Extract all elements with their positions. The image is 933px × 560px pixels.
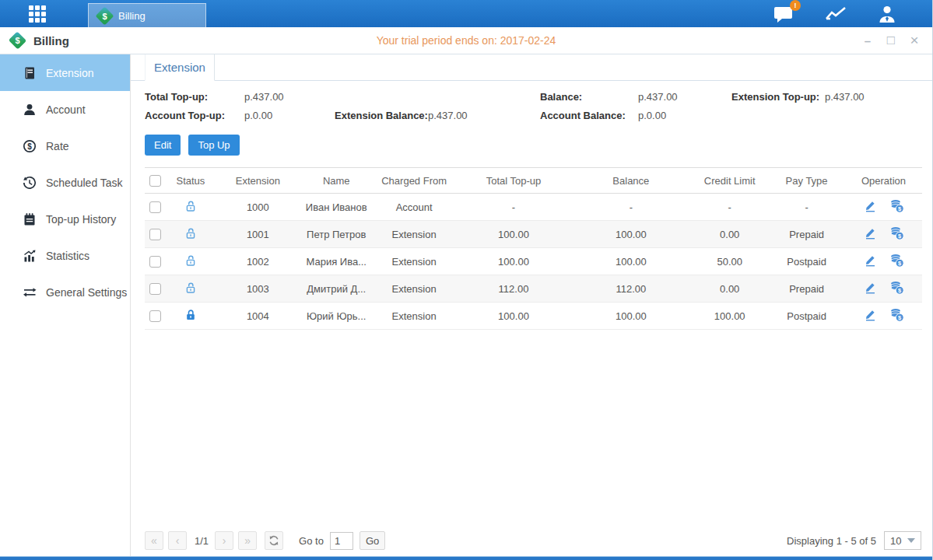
top-up-button[interactable]: Top Up — [188, 135, 239, 156]
cell-balance: 100.00 — [570, 248, 691, 275]
top-up-row-icon[interactable]: $ — [889, 254, 904, 268]
goto-page-input[interactable] — [330, 532, 353, 550]
cell-total-topup: 100.00 — [457, 221, 571, 248]
close-button[interactable] — [906, 32, 923, 49]
table-row: 1003 Дмитрий Д... Extension 112.00 112.0… — [145, 275, 922, 303]
minimize-button[interactable] — [859, 32, 876, 49]
top-up-row-icon[interactable]: $ — [889, 199, 904, 213]
row-checkbox[interactable] — [149, 283, 161, 295]
cell-credit-limit: 100.00 — [691, 303, 768, 330]
unlocked-icon — [184, 227, 197, 240]
sidebar-item-account[interactable]: Account — [0, 91, 130, 128]
unlocked-icon — [184, 254, 197, 267]
taskbar: Billing ! — [0, 0, 932, 27]
table-row: 1000 Иван Иванов Account - - - - — [145, 194, 922, 221]
balance-value: p.437.00 — [638, 91, 731, 103]
cell-total-topup: - — [457, 194, 571, 221]
summary-panel: Total Top-up: p.437.00 Balance: p.437.00… — [145, 91, 921, 121]
billing-window-icon — [9, 31, 26, 49]
account-topup-value: p.0.00 — [244, 110, 335, 121]
table-row: 1001 Петр Петров Extension 100.00 100.00… — [145, 221, 922, 248]
cell-credit-limit: 50.00 — [691, 248, 768, 275]
cell-pay-type: - — [768, 194, 845, 221]
extension-icon — [23, 66, 37, 80]
col-charged-from: Charged From — [372, 168, 457, 194]
billing-app-icon — [95, 6, 114, 25]
cell-extension: 1004 — [215, 303, 301, 330]
edit-row-icon[interactable] — [864, 281, 877, 294]
account-icon — [23, 103, 37, 117]
sidebar-item-label: Statistics — [46, 250, 89, 262]
first-page-button[interactable] — [145, 531, 163, 550]
cell-total-topup: 100.00 — [457, 303, 571, 330]
previous-page-button[interactable] — [168, 531, 187, 550]
window-title: Billing — [33, 34, 69, 47]
sidebar-item-general-settings[interactable]: General Settings — [0, 274, 130, 310]
scheduled-task-icon — [23, 176, 37, 190]
tab-extension[interactable]: Extension — [145, 54, 215, 81]
extension-topup-label: Extension Top-up: — [731, 91, 825, 103]
app-launcher-icon[interactable] — [29, 5, 54, 23]
edit-row-icon[interactable] — [864, 254, 877, 267]
main-content: Extension Total Top-up: p.437.00 Balance… — [131, 54, 932, 556]
notification-badge: ! — [790, 0, 801, 11]
statistics-chart-icon[interactable] — [824, 5, 847, 23]
extension-balance-label: Extension Balance: — [335, 110, 428, 121]
cell-name: Петр Петров — [301, 221, 372, 248]
displaying-text: Displaying 1 - 5 of 5 — [787, 535, 876, 547]
row-checkbox[interactable] — [149, 256, 161, 268]
row-checkbox[interactable] — [149, 229, 161, 240]
col-pay-type: Pay Type — [768, 168, 845, 194]
page-size-dropdown[interactable]: 10 — [884, 531, 921, 550]
window-bottom-edge — [0, 556, 932, 560]
col-extension: Extension — [215, 168, 301, 194]
sidebar-item-statistics[interactable]: Statistics — [0, 237, 130, 274]
refresh-button[interactable] — [265, 531, 283, 550]
top-up-row-icon[interactable]: $ — [889, 226, 904, 240]
sidebar-item-rate[interactable]: $ Rate — [0, 128, 130, 164]
cell-charged-from: Extension — [372, 248, 457, 275]
edit-row-icon[interactable] — [864, 199, 877, 212]
window-titlebar: Billing Your trial period ends on: 2017-… — [0, 27, 932, 54]
cell-extension: 1001 — [215, 221, 301, 248]
next-page-button[interactable] — [215, 531, 233, 550]
edit-row-icon[interactable] — [864, 308, 877, 321]
cell-total-topup: 112.00 — [457, 275, 571, 303]
cell-extension: 1003 — [215, 275, 301, 303]
last-page-button[interactable] — [238, 531, 257, 550]
sidebar-item-label: Extension — [46, 67, 93, 79]
table-header-row: Status Extension Name Charged From Total… — [145, 168, 922, 194]
cell-name: Мария Ива... — [301, 248, 372, 275]
go-button[interactable]: Go — [360, 531, 385, 550]
extension-balance-value: p.437.00 — [428, 110, 540, 121]
user-account-icon[interactable] — [877, 5, 897, 23]
page-size-value: 10 — [890, 535, 901, 547]
row-checkbox[interactable] — [149, 310, 161, 322]
maximize-button[interactable] — [882, 32, 900, 49]
locked-icon — [184, 309, 197, 321]
unlocked-icon — [184, 282, 197, 294]
total-topup-value: p.437.00 — [244, 91, 335, 103]
extension-table: Status Extension Name Charged From Total… — [145, 167, 922, 330]
cell-name: Иван Иванов — [301, 194, 372, 221]
account-topup-label: Account Top-up: — [145, 110, 244, 121]
general-settings-icon — [23, 285, 37, 299]
sidebar-item-label: Account — [46, 103, 86, 116]
edit-row-icon[interactable] — [864, 226, 877, 240]
top-up-row-icon[interactable]: $ — [889, 308, 904, 322]
sidebar-item-extension[interactable]: Extension — [0, 54, 130, 91]
sidebar-item-scheduled-task[interactable]: Scheduled Task — [0, 164, 130, 201]
select-all-checkbox[interactable] — [149, 175, 161, 187]
top-up-row-icon[interactable]: $ — [889, 281, 904, 295]
chevron-down-icon — [907, 538, 915, 543]
messages-icon[interactable]: ! — [773, 5, 794, 23]
edit-button[interactable]: Edit — [145, 135, 181, 156]
table-row: 1002 Мария Ива... Extension 100.00 100.0… — [145, 248, 922, 275]
cell-total-topup: 100.00 — [457, 248, 571, 275]
row-checkbox[interactable] — [149, 201, 161, 213]
sidebar-item-topup-history[interactable]: Top-up History — [0, 201, 130, 237]
col-name: Name — [301, 168, 372, 194]
taskbar-tab-billing[interactable]: Billing — [88, 3, 206, 27]
cell-balance: 100.00 — [570, 303, 691, 330]
account-balance-label: Account Balance: — [540, 110, 638, 121]
